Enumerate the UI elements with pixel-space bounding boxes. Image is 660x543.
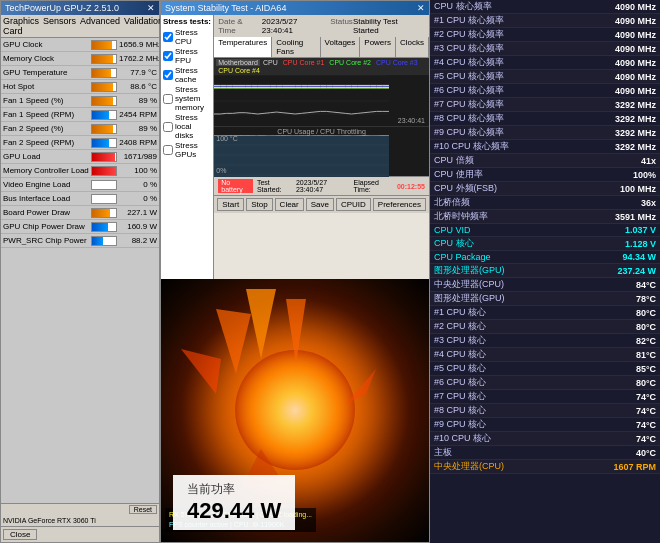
sensor-label: Video Engine Load xyxy=(1,180,89,189)
chart-tab-core4[interactable]: CPU Core #4 xyxy=(216,67,262,74)
right-row-value: 1607 RPM xyxy=(613,462,656,472)
gpuz-title: TechPowerUp GPU-Z 2.51.0 xyxy=(5,3,119,13)
gpuz-close-button[interactable]: Close xyxy=(3,529,37,540)
right-row-label: 北桥时钟频率 xyxy=(434,210,488,223)
menu-sensors[interactable]: Sensors xyxy=(43,16,76,36)
sensor-list: GPU Clock 1656.9 MHz Memory Clock 1762.2… xyxy=(1,38,159,503)
sensor-row: Bus Interface Load 0 % xyxy=(1,192,159,206)
tab-cooling[interactable]: Cooling Fans xyxy=(272,37,320,57)
sensor-row: Hot Spot 88.6 °C xyxy=(1,80,159,94)
sensor-value: 1762.2 MHz xyxy=(119,54,159,63)
menu-advanced[interactable]: Advanced xyxy=(80,16,120,36)
chart-tabs-row: Motherboard CPU CPU Core #1 CPU Core #2 … xyxy=(214,58,429,75)
start-button[interactable]: Start xyxy=(217,198,244,211)
right-row-value: 4090 MHz xyxy=(615,86,656,96)
right-row-value: 1.037 V xyxy=(625,225,656,235)
stress-disks-check[interactable] xyxy=(163,122,173,132)
right-row-label: CPU 核心频率 xyxy=(434,0,492,13)
datetime-value: 2023/5/27 23:40:41 xyxy=(262,17,330,35)
chart-tab-cpu[interactable]: CPU xyxy=(261,59,280,66)
gpuz-close-icon[interactable]: ✕ xyxy=(147,3,155,13)
sensor-label: GPU Chip Power Draw xyxy=(1,222,89,231)
sensor-bar xyxy=(92,111,109,119)
sensor-row: Board Power Draw 227.1 W xyxy=(1,206,159,220)
menu-validation[interactable]: Validation xyxy=(124,16,163,36)
sensor-value: 89 % xyxy=(119,124,159,133)
sensor-row: PWR_SRC Chip Power Draw 88.2 W xyxy=(1,234,159,248)
save-button[interactable]: Save xyxy=(306,198,334,211)
sensor-bar-wrap xyxy=(91,180,117,190)
right-panel-row: #1 CPU 核心 80°C xyxy=(430,306,660,320)
tab-clocks[interactable]: Clocks xyxy=(396,37,429,57)
sensor-bar-wrap xyxy=(91,194,117,204)
sensor-bar-wrap xyxy=(91,68,117,78)
sensor-bar xyxy=(92,55,113,63)
right-row-label: #1 CPU 核心 xyxy=(434,306,486,319)
sensor-bar xyxy=(92,125,113,133)
right-row-value: 3591 MHz xyxy=(615,212,656,222)
stress-gpus-check[interactable] xyxy=(163,145,173,155)
right-panel-row: #6 CPU 核心 80°C xyxy=(430,376,660,390)
right-row-label: CPU 使用率 xyxy=(434,168,483,181)
right-row-value: 80°C xyxy=(636,378,656,388)
right-row-label: #5 CPU 核心 xyxy=(434,362,486,375)
stress-cpu: Stress CPU xyxy=(163,28,211,46)
cpu-chart-ylab: 100 °C xyxy=(216,135,237,142)
chart-tab-core2[interactable]: CPU Core #2 xyxy=(327,59,373,66)
sensor-row: Fan 2 Speed (%) 89 % xyxy=(1,122,159,136)
sensor-label: Fan 1 Speed (%) xyxy=(1,96,89,105)
right-panel-row: #10 CPU 核心频率 3292 MHz xyxy=(430,140,660,154)
stress-cpu-check[interactable] xyxy=(163,32,173,42)
sensor-bar xyxy=(92,83,113,91)
right-panel-row: #3 CPU 核心频率 4090 MHz xyxy=(430,42,660,56)
chart-tab-mb[interactable]: Motherboard xyxy=(216,59,260,66)
tab-powers[interactable]: Powers xyxy=(360,37,396,57)
chart-tab-core3[interactable]: CPU Core #3 xyxy=(374,59,420,66)
sensor-bar-wrap xyxy=(91,222,117,232)
test-started-label: Test Started: xyxy=(257,179,292,193)
tab-voltages[interactable]: Voltages xyxy=(321,37,361,57)
cpuid-button[interactable]: CPUID xyxy=(336,198,371,211)
right-row-value: 41x xyxy=(641,156,656,166)
right-row-value: 78°C xyxy=(636,294,656,304)
chart-time: 23:40:41 xyxy=(398,117,425,124)
right-row-value: 3292 MHz xyxy=(615,142,656,152)
right-row-label: 中央处理器(CPU) xyxy=(434,278,504,291)
stress-fpu-check[interactable] xyxy=(163,51,173,61)
right-row-label: #2 CPU 核心频率 xyxy=(434,28,504,41)
right-row-value: 4090 MHz xyxy=(615,58,656,68)
sensor-value: 100 % xyxy=(119,166,159,175)
status-label: Status xyxy=(330,17,353,35)
stress-memory-check[interactable] xyxy=(163,94,173,104)
power-value: 429.44 W xyxy=(187,498,281,524)
right-row-value: 237.24 W xyxy=(617,266,656,276)
gpuz-reset-row: Reset xyxy=(1,503,159,515)
tab-temperatures[interactable]: Temperatures xyxy=(214,37,272,57)
sensor-label: Fan 2 Speed (%) xyxy=(1,124,89,133)
stop-button[interactable]: Stop xyxy=(246,198,272,211)
right-row-label: 图形处理器(GPU) xyxy=(434,264,505,277)
right-row-value: 4090 MHz xyxy=(615,30,656,40)
aida64-close-icon[interactable]: ✕ xyxy=(417,3,425,13)
right-panel-row: #8 CPU 核心频率 3292 MHz xyxy=(430,112,660,126)
sensor-label: Hot Spot xyxy=(1,82,89,91)
right-row-label: CPU 核心 xyxy=(434,237,474,250)
sensor-bar-wrap xyxy=(91,236,117,246)
chart-tab-core1[interactable]: CPU Core #1 xyxy=(281,59,327,66)
right-row-label: 主板 xyxy=(434,446,452,459)
menu-graphics-card[interactable]: Graphics Card xyxy=(3,16,39,36)
preferences-button[interactable]: Preferences xyxy=(373,198,426,211)
clear-button[interactable]: Clear xyxy=(275,198,304,211)
right-panel-row: #2 CPU 核心 80°C xyxy=(430,320,660,334)
gpuz-panel: TechPowerUp GPU-Z 2.51.0 ✕ Graphics Card… xyxy=(0,0,160,543)
right-panel-row: #10 CPU 核心 74°C xyxy=(430,432,660,446)
sensor-bar xyxy=(92,41,112,49)
gpuz-bottom-bar: Close xyxy=(1,526,159,542)
right-row-label: #9 CPU 核心 xyxy=(434,418,486,431)
cpu-chart-label: CPU Usage / CPU Throttling xyxy=(277,128,366,135)
right-row-value: 82°C xyxy=(636,336,656,346)
datetime-label: Date & Time xyxy=(218,17,262,35)
right-panel-row: CPU 核心 1.128 V xyxy=(430,237,660,251)
stress-cache-check[interactable] xyxy=(163,70,173,80)
reset-button[interactable]: Reset xyxy=(129,505,157,514)
